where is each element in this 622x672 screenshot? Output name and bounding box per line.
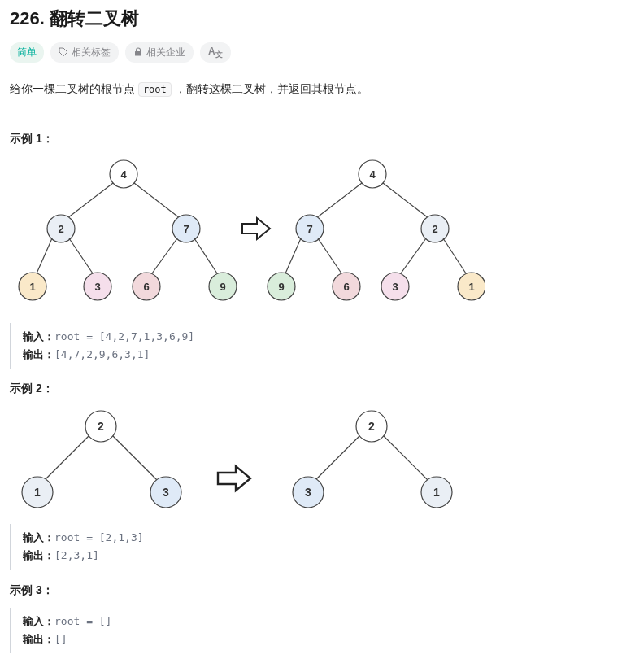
svg-line-43 [44, 436, 89, 481]
svg-line-3 [67, 183, 113, 218]
svg-text:2: 2 [98, 420, 104, 433]
difficulty-tag[interactable]: 简单 [10, 42, 44, 63]
example-3-label: 示例 3： [10, 583, 612, 598]
svg-text:1: 1 [468, 281, 474, 293]
svg-text:3: 3 [163, 486, 169, 499]
example-1-label: 示例 1： [10, 132, 612, 146]
related-tags-label: 相关标签 [72, 46, 111, 59]
svg-text:7: 7 [307, 223, 312, 235]
svg-line-44 [113, 436, 158, 481]
tags-row: 简单 相关标签 相关企业 A文 [10, 42, 612, 63]
svg-text:6: 6 [343, 281, 349, 293]
svg-line-52 [384, 436, 428, 481]
example-2-io: 输入：root = [2,1,3] 输出：[2,3,1] [10, 524, 612, 569]
svg-text:9: 9 [278, 281, 284, 293]
svg-line-12 [194, 238, 217, 273]
svg-text:6: 6 [143, 281, 149, 293]
example-2-label: 示例 2： [10, 382, 612, 396]
translate-icon: A文 [208, 46, 223, 59]
svg-text:7: 7 [183, 223, 189, 235]
svg-text:2: 2 [432, 223, 437, 235]
svg-line-24 [383, 183, 428, 218]
related-companies-button[interactable]: 相关企业 [125, 42, 194, 63]
svg-line-32 [443, 238, 466, 273]
svg-line-4 [134, 183, 180, 218]
svg-text:2: 2 [368, 420, 375, 433]
svg-line-10 [69, 238, 93, 273]
svg-line-29 [285, 238, 301, 273]
svg-line-31 [401, 238, 426, 273]
example-1-diagram: .node{stroke:#444;stroke-width:1.2;} .tx… [10, 156, 612, 313]
svg-line-9 [37, 238, 52, 273]
svg-text:2: 2 [58, 223, 63, 235]
svg-text:3: 3 [305, 486, 311, 499]
svg-line-51 [315, 436, 359, 481]
example-2-diagram: 2 1 3 2 3 1 [10, 406, 612, 514]
svg-line-23 [316, 183, 362, 218]
svg-text:3: 3 [94, 281, 100, 293]
code-root: root [138, 82, 172, 97]
svg-line-11 [152, 238, 177, 273]
example-1-io: 输入：root = [4,2,7,1,3,6,9] 输出：[4,7,2,9,6,… [10, 323, 612, 369]
svg-text:1: 1 [34, 486, 41, 499]
problem-title: 226. 翻转二叉树 [10, 7, 612, 31]
tag-icon [59, 47, 68, 59]
related-companies-label: 相关企业 [146, 46, 185, 59]
lock-icon [133, 47, 143, 59]
problem-description: 给你一棵二叉树的根节点 root ，翻转这棵二叉树，并返回其根节点。 [10, 79, 612, 99]
arrow-icon [218, 466, 250, 491]
svg-text:4: 4 [120, 168, 127, 181]
related-tags-button[interactable]: 相关标签 [50, 42, 119, 63]
svg-line-30 [318, 238, 341, 273]
arrow-icon [242, 218, 270, 239]
svg-text:4: 4 [369, 168, 376, 181]
svg-text:9: 9 [220, 281, 225, 293]
svg-text:1: 1 [433, 486, 440, 499]
example-3-io: 输入：root = [] 输出：[] [10, 608, 612, 653]
translate-button[interactable]: A文 [200, 42, 231, 63]
svg-text:3: 3 [392, 281, 398, 293]
svg-text:1: 1 [29, 281, 35, 293]
